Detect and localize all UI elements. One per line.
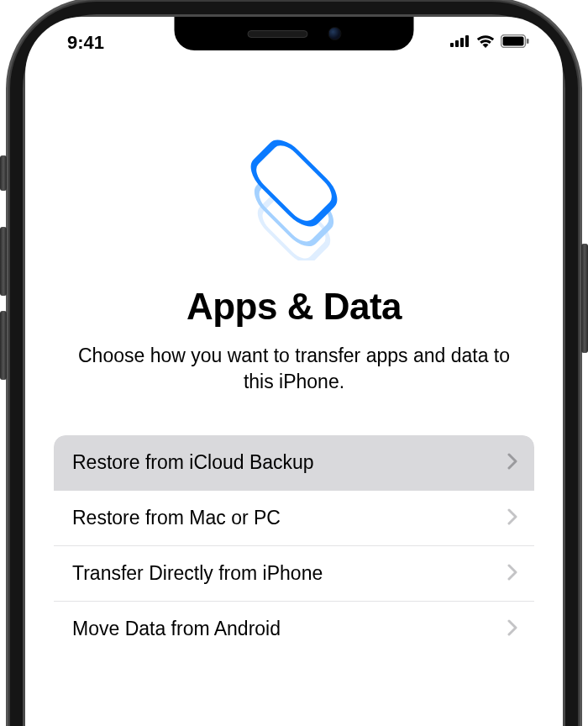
option-transfer-iphone[interactable]: Transfer Directly from iPhone: [54, 546, 534, 602]
chevron-right-icon: [507, 564, 517, 584]
volume-up-button: [0, 227, 7, 296]
svg-rect-1: [455, 40, 459, 47]
content-area: Apps & Data Choose how you want to trans…: [25, 67, 563, 726]
screen: 9:41: [25, 17, 563, 726]
volume-down-button: [0, 311, 7, 380]
power-button: [581, 244, 588, 353]
svg-rect-5: [503, 37, 524, 46]
status-bar: 9:41: [25, 17, 563, 62]
status-indicators: [450, 28, 533, 51]
chevron-right-icon: [507, 619, 517, 639]
option-label: Restore from Mac or PC: [72, 507, 281, 529]
chevron-right-icon: [507, 453, 517, 473]
option-label: Restore from iCloud Backup: [72, 451, 314, 474]
wifi-icon: [476, 34, 495, 51]
option-restore-icloud[interactable]: Restore from iCloud Backup: [54, 435, 534, 491]
svg-rect-2: [460, 38, 464, 47]
svg-rect-3: [465, 35, 469, 47]
option-label: Move Data from Android: [72, 618, 281, 640]
option-label: Transfer Directly from iPhone: [72, 562, 323, 585]
page-title: Apps & Data: [54, 286, 534, 328]
svg-rect-6: [527, 39, 529, 44]
phone-frame: 9:41: [25, 17, 563, 726]
status-time: 9:41: [55, 25, 104, 54]
page-subtitle: Choose how you want to transfer apps and…: [54, 343, 534, 395]
option-move-android[interactable]: Move Data from Android: [54, 602, 534, 656]
svg-rect-0: [450, 43, 454, 47]
cellular-signal-icon: [450, 35, 470, 50]
silence-switch: [0, 155, 7, 191]
options-list: Restore from iCloud Backup Restore from …: [54, 435, 534, 656]
option-restore-mac-pc[interactable]: Restore from Mac or PC: [54, 491, 534, 546]
layers-stack-icon: [54, 134, 534, 260]
chevron-right-icon: [507, 508, 517, 529]
battery-icon: [501, 34, 529, 51]
